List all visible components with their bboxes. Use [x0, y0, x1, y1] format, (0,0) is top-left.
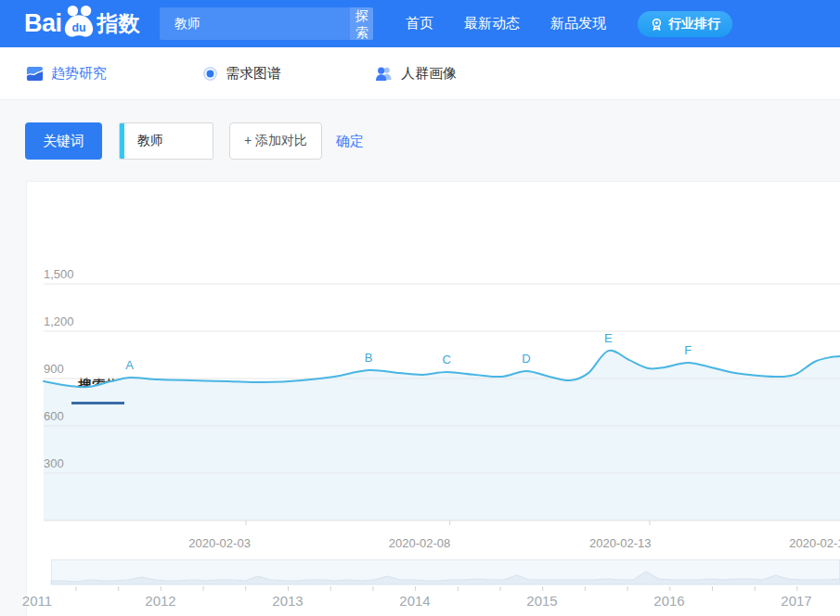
search-input[interactable]: [160, 7, 350, 40]
logo-text-suffix: 指数: [97, 9, 140, 38]
industry-ranking-label: 行业排行: [668, 16, 720, 32]
ranking-medal-icon: [650, 18, 664, 32]
baidu-paw-icon: du: [61, 5, 97, 38]
trend-chart-icon: [26, 65, 44, 83]
confirm-link[interactable]: 确定: [336, 122, 364, 160]
logo-text-du: du: [71, 21, 85, 34]
legend-swatch: [78, 427, 90, 439]
baidu-index-page: Bai du 指数 探索 首页 最新动态 新品发现 行: [0, 0, 840, 616]
secondary-nav: 趋势研究 需求图谱 人群画像: [0, 47, 840, 100]
legend-item[interactable]: 教师: [78, 424, 122, 441]
top-header: Bai du 指数 探索 首页 最新动态 新品发现 行: [0, 0, 840, 47]
help-icon[interactable]: ?: [140, 378, 154, 391]
nav-latest-news[interactable]: 最新动态: [464, 15, 520, 32]
subnav-item-trend-research[interactable]: 趋势研究: [26, 47, 107, 100]
date-range-picker[interactable]: 2020-01-29 ~: [767, 379, 839, 392]
subnav-label: 趋势研究: [51, 65, 107, 83]
add-comparison-button[interactable]: + 添加对比: [229, 122, 322, 160]
subnav-item-crowd-portrait[interactable]: 人群画像: [374, 47, 457, 100]
radar-icon: [202, 66, 218, 82]
subnav-label: 需求图谱: [226, 65, 281, 83]
active-tab-underline: [71, 402, 124, 404]
tab-divider: [71, 404, 840, 405]
header-nav: 首页 最新动态 新品发现: [406, 0, 606, 47]
nav-home[interactable]: 首页: [406, 15, 433, 32]
keyword-input[interactable]: [124, 123, 213, 159]
subnav-item-demand-graph[interactable]: 需求图谱: [202, 47, 281, 100]
explore-button[interactable]: 探索: [350, 7, 373, 40]
search-box: 探索: [160, 7, 373, 40]
tab-search-index[interactable]: 搜索指数: [78, 377, 134, 394]
keyword-category-button[interactable]: 关键词: [25, 122, 102, 160]
people-icon: [374, 66, 394, 82]
keyword-input-box: [119, 122, 213, 160]
nav-new-products[interactable]: 新品发现: [550, 15, 606, 32]
timeline-slider[interactable]: [52, 560, 840, 584]
logo-text-bai: Bai: [24, 9, 62, 38]
industry-ranking-button[interactable]: 行业排行: [638, 11, 732, 37]
legend-label: 教师: [97, 424, 122, 441]
baidu-index-logo[interactable]: Bai du 指数: [24, 0, 140, 47]
search-index-panel: 搜索指数 ? 2020-01-29 ~ 教师: [26, 181, 840, 616]
subnav-label: 人群画像: [401, 65, 457, 83]
